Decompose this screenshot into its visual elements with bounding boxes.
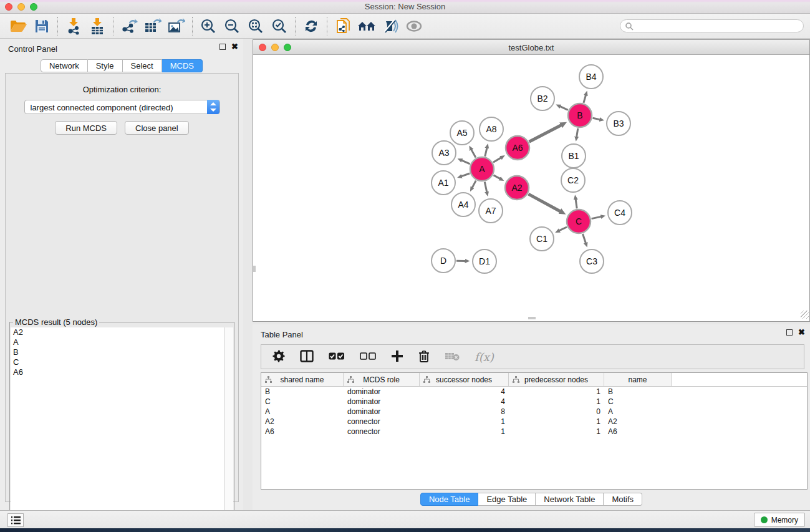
hide-labels-icon[interactable]	[378, 16, 402, 37]
edge-A-A5[interactable]	[471, 150, 476, 158]
search-input[interactable]	[620, 19, 804, 32]
add-column-icon[interactable]	[391, 350, 403, 364]
node-table[interactable]: shared nameMCDS rolesuccessor nodesprede…	[261, 372, 808, 490]
edge-A2-C[interactable]	[528, 194, 560, 211]
node-B[interactable]: B	[568, 104, 592, 127]
split-view-icon[interactable]	[300, 350, 314, 364]
criterion-dropdown[interactable]: largest connected component (directed)	[24, 100, 220, 114]
float-panel-icon[interactable]	[219, 44, 226, 50]
export-image-icon[interactable]	[165, 16, 188, 37]
edge-A-A1[interactable]	[461, 173, 470, 177]
close-panel-button[interactable]: Close panel	[125, 121, 189, 135]
edge-C-C2[interactable]	[576, 200, 577, 209]
edge-A-A3[interactable]	[462, 160, 470, 164]
network-canvas[interactable]: AA1A3A4A5A7A8A6A2BB1B2B3B4CC1C2C3C4DD1	[253, 55, 809, 319]
refresh-icon[interactable]	[299, 16, 323, 37]
edge-A-A2[interactable]	[494, 175, 500, 179]
result-item[interactable]: A	[11, 337, 224, 347]
tab-network[interactable]: Network	[41, 59, 88, 72]
tab-style[interactable]: Style	[88, 59, 123, 72]
edge-C-C4[interactable]	[592, 216, 601, 218]
table-row[interactable]: Adominator80A	[261, 407, 807, 417]
table-float-panel-icon[interactable]	[786, 329, 793, 336]
node-A2[interactable]: A2	[505, 176, 529, 200]
node-C4[interactable]: C4	[608, 201, 632, 225]
deselect-all-icon[interactable]	[360, 352, 376, 362]
node-C1[interactable]: C1	[530, 227, 554, 251]
show-hidden-eye-icon[interactable]	[402, 16, 426, 37]
close-panel-icon[interactable]: ✖	[231, 44, 238, 50]
edge-A-A7[interactable]	[485, 182, 486, 192]
edge-C-C3[interactable]	[583, 234, 586, 243]
node-C[interactable]: C	[567, 210, 591, 233]
node-A7[interactable]: A7	[479, 199, 503, 223]
column-header-MCDS-role[interactable]: MCDS role	[344, 373, 420, 386]
edge-A-A6[interactable]	[493, 158, 501, 162]
mcds-result-list[interactable]: A2ABCA6	[11, 327, 224, 532]
result-item[interactable]: A2	[11, 327, 224, 337]
column-header-shared-name[interactable]: shared name	[261, 373, 344, 386]
tab-edge-table[interactable]: Edge Table	[478, 493, 536, 506]
edge-B-B2[interactable]	[560, 107, 568, 110]
node-A5[interactable]: A5	[450, 121, 474, 145]
open-session-icon[interactable]	[6, 16, 30, 37]
edge-B-B1[interactable]	[577, 128, 578, 137]
vertical-scrollbar-thumb[interactable]	[253, 266, 256, 272]
export-table-icon[interactable]	[141, 16, 165, 37]
node-B1[interactable]: B1	[562, 144, 586, 168]
zoom-in-icon[interactable]	[196, 16, 220, 37]
import-network-icon[interactable]	[62, 16, 85, 37]
table-row[interactable]: A6connector11A6	[261, 427, 807, 437]
edge-B-B4[interactable]	[584, 95, 586, 103]
clone-network-icon[interactable]	[331, 16, 355, 37]
result-item[interactable]: B	[11, 347, 224, 357]
table-close-panel-icon[interactable]: ✖	[798, 329, 805, 336]
node-A3[interactable]: A3	[432, 141, 456, 165]
export-network-icon[interactable]	[117, 16, 141, 37]
node-B3[interactable]: B3	[607, 112, 630, 135]
column-header-predecessor-nodes[interactable]: predecessor nodes	[509, 373, 604, 386]
tab-node-table[interactable]: Node Table	[420, 493, 479, 506]
node-A6[interactable]: A6	[506, 136, 529, 160]
network-window-titlebar[interactable]: testGlobe.txt	[253, 40, 809, 55]
zoom-selected-icon[interactable]	[268, 16, 291, 37]
node-D[interactable]: D	[432, 249, 455, 273]
node-A1[interactable]: A1	[432, 171, 455, 195]
edge-A6-B[interactable]	[529, 125, 561, 142]
select-all-icon[interactable]	[329, 352, 345, 362]
import-table-icon[interactable]	[85, 16, 109, 37]
run-mcds-button[interactable]: Run MCDS	[55, 121, 117, 135]
node-B2[interactable]: B2	[531, 87, 554, 110]
table-row[interactable]: Cdominator41C	[261, 397, 807, 407]
node-A[interactable]: A	[470, 157, 494, 181]
zoom-fit-icon[interactable]	[244, 16, 268, 37]
tab-motifs[interactable]: Motifs	[604, 493, 642, 506]
node-D1[interactable]: D1	[473, 249, 496, 273]
edge-B-B3[interactable]	[593, 118, 600, 119]
node-A4[interactable]: A4	[451, 193, 475, 216]
result-scrollbar[interactable]	[224, 327, 233, 532]
edge-A-A8[interactable]	[485, 148, 487, 156]
node-A8[interactable]: A8	[480, 117, 503, 141]
node-C3[interactable]: C3	[580, 249, 604, 273]
column-header-name[interactable]: name	[604, 373, 672, 386]
network-graph[interactable]: AA1A3A4A5A7A8A6A2BB1B2B3B4CC1C2C3C4DD1	[253, 55, 809, 319]
memory-button[interactable]: Memory	[754, 513, 805, 527]
delete-column-trash-icon[interactable]	[418, 350, 430, 364]
table-row[interactable]: Bdominator41B	[261, 387, 807, 397]
edge-A-A4[interactable]	[472, 181, 476, 188]
save-session-icon[interactable]	[30, 16, 54, 37]
home-icon[interactable]	[355, 16, 378, 37]
tab-network-table[interactable]: Network Table	[536, 493, 604, 506]
zoom-out-icon[interactable]	[220, 16, 244, 37]
column-header-successor-nodes[interactable]: successor nodes	[420, 373, 509, 386]
node-B4[interactable]: B4	[579, 65, 603, 89]
resize-grip-icon[interactable]	[801, 311, 809, 319]
table-row[interactable]: A2connector11A2	[261, 417, 807, 427]
edge-C-C1[interactable]	[559, 227, 567, 231]
horizontal-scrollbar-thumb[interactable]	[528, 317, 536, 319]
task-history-button[interactable]	[7, 513, 24, 527]
tab-mcds[interactable]: MCDS	[162, 59, 203, 72]
node-C2[interactable]: C2	[561, 168, 585, 192]
result-item[interactable]: A6	[11, 367, 224, 377]
